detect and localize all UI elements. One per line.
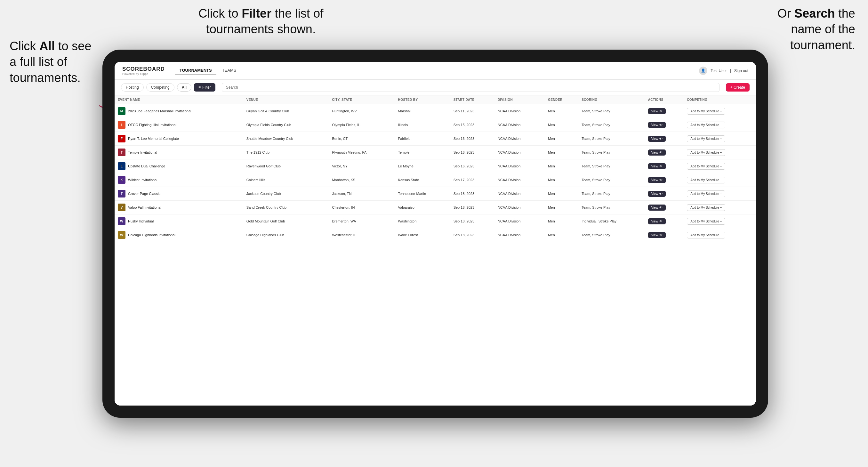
cell-venue: Shuttle Meadow Country Club [243,132,329,146]
hosting-pill[interactable]: Hosting [121,83,144,92]
cell-city-state: Plymouth Meeting, PA [329,146,395,159]
add-to-schedule-button[interactable]: Add to My Schedule + [687,232,725,239]
add-to-schedule-button[interactable]: Add to My Schedule + [687,190,725,197]
top-nav: SCOREBOARD Powered by clippd TOURNAMENTS… [115,62,756,80]
view-label: View [651,178,658,182]
cell-competing: Add to My Schedule + [684,173,756,187]
cell-hosted-by: Marshall [395,104,450,118]
filter-button[interactable]: ≡ Filter [194,83,215,92]
add-to-schedule-button[interactable]: Add to My Schedule + [687,122,725,128]
annotation-topleft: Click All to seea full list oftournament… [9,38,92,86]
cell-venue: Guyan Golf & Country Club [243,104,329,118]
all-pill[interactable]: All [177,83,191,92]
view-label: View [651,192,658,195]
nav-tabs: TOURNAMENTS TEAMS [175,66,699,75]
event-name-text: Chicago Highlands Invitational [128,233,176,237]
tab-teams[interactable]: TEAMS [218,66,241,75]
eye-icon: 👁 [659,178,662,182]
tablet-frame: SCOREBOARD Powered by clippd TOURNAMENTS… [102,50,768,418]
cell-city-state: Bremerton, WA [329,214,395,228]
cell-venue: Colbert Hills [243,173,329,187]
cell-gender: Men [545,228,578,242]
competing-pill[interactable]: Competing [146,83,175,92]
cell-gender: Men [545,118,578,132]
view-label: View [651,137,658,141]
add-to-schedule-button[interactable]: Add to My Schedule + [687,135,725,142]
table-header-row: EVENT NAME VENUE CITY, STATE HOSTED BY S… [115,95,756,104]
view-button[interactable]: View 👁 [648,150,666,156]
table-row: F Ryan T. Lee Memorial Collegiate Shuttl… [115,132,756,146]
cell-event-name: L Upstate Dual Challenge [115,159,243,173]
cell-event-name: W Chicago Highlands Invitational [115,228,243,242]
cell-event-name: I OFCC Fighting Illini Invitational [115,118,243,132]
add-schedule-label: Add to My Schedule + [690,123,722,127]
event-name-text: Grover Page Classic [128,192,160,195]
logo-text: SCOREBOARD [122,66,165,72]
add-schedule-label: Add to My Schedule + [690,220,722,223]
add-to-schedule-button[interactable]: Add to My Schedule + [687,108,725,115]
view-button[interactable]: View 👁 [648,122,666,128]
cell-hosted-by: Kansas State [395,173,450,187]
cell-competing: Add to My Schedule + [684,146,756,159]
table-row: T Temple Invitational The 1912 Club Plym… [115,146,756,159]
cell-gender: Men [545,104,578,118]
cell-gender: Men [545,132,578,146]
eye-icon: 👁 [659,110,662,113]
cell-competing: Add to My Schedule + [684,201,756,214]
cell-start-date: Sep 18, 2023 [450,228,495,242]
team-logo: F [118,135,125,143]
add-to-schedule-button[interactable]: Add to My Schedule + [687,177,725,183]
eye-icon: 👁 [659,137,662,141]
cell-scoring: Team, Stroke Play [578,201,645,214]
cell-competing: Add to My Schedule + [684,159,756,173]
add-to-schedule-button[interactable]: Add to My Schedule + [687,149,725,156]
tab-tournaments[interactable]: TOURNAMENTS [175,66,216,75]
view-label: View [651,123,658,127]
col-hosted-by: HOSTED BY [395,95,450,104]
cell-city-state: Huntington, WV [329,104,395,118]
cell-city-state: Berlin, CT [329,132,395,146]
view-button[interactable]: View 👁 [648,108,666,114]
cell-venue: Jackson Country Club [243,187,329,201]
nav-right: 👤 Test User | Sign out [699,67,748,75]
create-button[interactable]: + Create [726,83,750,92]
view-button[interactable]: View 👁 [648,218,666,224]
eye-icon: 👁 [659,206,662,209]
user-name: Test User [711,68,727,73]
view-label: View [651,220,658,223]
search-input[interactable] [222,83,719,92]
add-to-schedule-button[interactable]: Add to My Schedule + [687,163,725,169]
view-button[interactable]: View 👁 [648,191,666,197]
cell-venue: Ravenwood Golf Club [243,159,329,173]
cell-division: NCAA Division I [495,132,545,146]
cell-hosted-by: Tennessee-Martin [395,187,450,201]
cell-city-state: Chesterton, IN [329,201,395,214]
sign-out-link[interactable]: Sign out [734,68,748,73]
cell-gender: Men [545,159,578,173]
view-button[interactable]: View 👁 [648,136,666,142]
eye-icon: 👁 [659,192,662,195]
cell-actions: View 👁 [645,173,684,187]
cell-gender: Men [545,173,578,187]
col-event-name: EVENT NAME [115,95,243,104]
event-name-text: Upstate Dual Challenge [128,164,165,168]
view-button[interactable]: View 👁 [648,163,666,169]
event-name-text: OFCC Fighting Illini Invitational [128,123,176,127]
cell-actions: View 👁 [645,159,684,173]
cell-division: NCAA Division I [495,201,545,214]
view-button[interactable]: View 👁 [648,177,666,183]
add-schedule-label: Add to My Schedule + [690,164,722,168]
table-row: L Upstate Dual Challenge Ravenwood Golf … [115,159,756,173]
add-to-schedule-button[interactable]: Add to My Schedule + [687,218,725,225]
add-to-schedule-button[interactable]: Add to My Schedule + [687,204,725,211]
view-button[interactable]: View 👁 [648,205,666,211]
view-button[interactable]: View 👁 [648,232,666,238]
col-actions: ACTIONS [645,95,684,104]
cell-venue: Sand Creek Country Club [243,201,329,214]
filter-bar: Hosting Competing All ≡ Filter + Create [115,80,756,95]
cell-actions: View 👁 [645,146,684,159]
cell-hosted-by: Illinois [395,118,450,132]
cell-division: NCAA Division I [495,159,545,173]
cell-start-date: Sep 18, 2023 [450,214,495,228]
col-venue: VENUE [243,95,329,104]
